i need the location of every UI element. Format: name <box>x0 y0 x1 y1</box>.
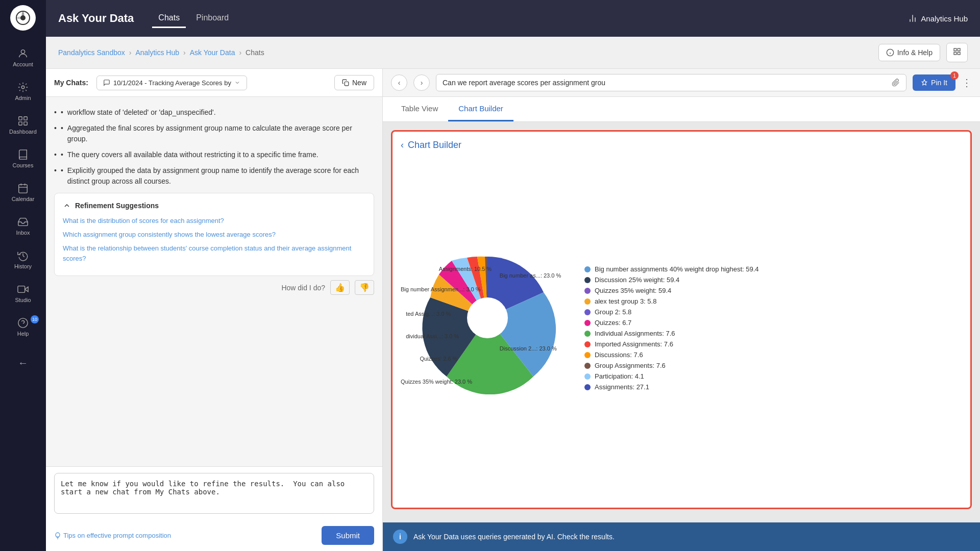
legend-label-10: Participation: 4.1 <box>595 372 644 380</box>
chart-content: Assignments: 10.5 % Big number Assignmen… <box>401 157 962 499</box>
pie-label-assignments: Assignments: 10.5 % <box>439 266 492 272</box>
legend-dot-11 <box>584 384 591 390</box>
svg-rect-8 <box>19 185 28 193</box>
legend-dot-7 <box>584 341 591 347</box>
legend-item-11: Assignments: 27.1 <box>584 383 759 391</box>
chevron-down-icon <box>234 80 240 86</box>
chat-input[interactable]: Let me know if you would like to refine … <box>54 473 374 514</box>
legend-item-10: Participation: 4.1 <box>584 372 759 380</box>
bullet-dot-3: • <box>61 165 63 187</box>
collapse-icon[interactable] <box>63 202 71 210</box>
sidebar-item-dashboard[interactable]: Dashboard <box>0 109 46 141</box>
bullet-item-3: • Explicitly grouped the data by assignm… <box>54 165 374 187</box>
prev-arrow[interactable]: ‹ <box>391 74 407 91</box>
svg-rect-22 <box>958 52 960 55</box>
breadcrumb-analytics-hub[interactable]: Analytics Hub <box>135 48 179 57</box>
sidebar-item-courses[interactable]: Courses <box>0 143 46 174</box>
bullet-dot-2: • <box>61 149 63 160</box>
breadcrumb-ask-your-data[interactable]: Ask Your Data <box>190 48 235 57</box>
more-options-button[interactable]: ⋮ <box>962 77 972 89</box>
current-chat-label: 10/1/2024 - Tracking Average Scores by <box>113 79 231 87</box>
thumbs-up-button[interactable]: 👍 <box>330 280 350 295</box>
tabs-bar: Table View Chart Builder <box>383 97 980 122</box>
nav-pinboard[interactable]: Pinboard <box>190 9 235 28</box>
svg-marker-9 <box>25 287 28 291</box>
legend-dot-3 <box>584 298 591 305</box>
legend-dot-8 <box>584 352 591 358</box>
legend-label-3: alex test group 3: 5.8 <box>595 297 656 305</box>
my-chats-label: My Chats: <box>54 79 88 87</box>
legend-dot-2 <box>584 288 591 294</box>
refinement-link-0[interactable]: What is the distribution of scores for e… <box>63 216 365 227</box>
bullet-text-0: workflow state of 'deleted' or 'dap_unsp… <box>67 107 216 118</box>
sidebar-account-label: Account <box>13 61 33 67</box>
bullet-item-1: • Aggregated the final scores by assignm… <box>54 123 374 144</box>
legend-item-8: Discussions: 7.6 <box>584 351 759 359</box>
pin-label: Pin It <box>931 79 947 87</box>
legend-item-5: Quizzes: 6.7 <box>584 319 759 327</box>
svg-rect-5 <box>24 117 27 120</box>
sidebar-calendar-label: Calendar <box>12 196 35 202</box>
breadcrumb-chats: Chats <box>246 48 264 57</box>
info-circle-icon: i <box>393 530 407 544</box>
pin-it-button[interactable]: 1 Pin It <box>913 74 955 91</box>
new-btn-label: New <box>352 79 366 87</box>
sidebar-item-history[interactable]: History <box>0 244 46 276</box>
refinement-title-text: Refinement Suggestions <box>75 202 159 210</box>
lightbulb-icon <box>54 532 61 539</box>
submit-button[interactable]: Submit <box>322 526 374 545</box>
sidebar-item-studio[interactable]: Studio <box>0 278 46 309</box>
pie-label-ted: ted Assig...: 3.0 % <box>406 311 451 317</box>
paperclip-icon[interactable] <box>892 79 900 87</box>
bottom-notice: i Ask Your Data uses queries generated b… <box>383 522 980 551</box>
legend-dot-10 <box>584 373 591 380</box>
legend-label-9: Group Assignments: 7.6 <box>595 362 666 369</box>
sidebar: Account Admin Dashboard Courses Calendar <box>0 0 46 551</box>
legend-label-2: Quizzes 35% weight: 59.4 <box>595 287 671 294</box>
thumbs-down-button[interactable]: 👎 <box>355 280 374 295</box>
pin-icon <box>921 79 928 86</box>
pie-chart-svg <box>401 241 574 394</box>
svg-rect-10 <box>18 286 25 293</box>
pie-label-quizzes35: Quizzes 35% weight: 23.0 % <box>401 379 472 385</box>
chat-select-dropdown[interactable]: 10/1/2024 - Tracking Average Scores by <box>96 76 247 90</box>
topbar-right: Analytics Hub <box>908 13 968 23</box>
grid-icon-btn[interactable] <box>946 43 968 62</box>
svg-rect-23 <box>345 82 349 86</box>
sidebar-item-help[interactable]: 10 Help <box>0 311 46 343</box>
svg-point-2 <box>21 50 24 54</box>
tab-chart-builder[interactable]: Chart Builder <box>448 97 513 121</box>
chart-back-button[interactable]: ‹ <box>401 140 404 151</box>
legend-item-0: Big number assignments 40% weight drop h… <box>584 265 759 273</box>
sidebar-studio-label: Studio <box>15 297 31 303</box>
refinement-link-1[interactable]: Which assignment group consistently show… <box>63 230 365 240</box>
pie-label-quizzes: Quizzes: 2.6 % <box>420 356 457 362</box>
sidebar-item-account[interactable]: Account <box>0 42 46 73</box>
legend-dot-1 <box>584 277 591 283</box>
bullet-dot-1: • <box>61 123 63 144</box>
refinement-link-2[interactable]: What is the relationship between student… <box>63 243 365 265</box>
nav-chats[interactable]: Chats <box>152 9 186 28</box>
chat-footer: Tips on effective prompt composition Sub… <box>46 522 382 551</box>
new-chat-button[interactable]: New <box>334 75 374 90</box>
legend-label-6: Individual Assignments: 7.6 <box>595 330 675 337</box>
back-arrow-btn[interactable]: ← <box>13 352 33 374</box>
legend-label-11: Assignments: 27.1 <box>595 383 649 391</box>
analytics-hub-btn[interactable]: Analytics Hub <box>908 13 968 23</box>
breadcrumb-pandalytics[interactable]: Pandalytics Sandbox <box>58 48 125 57</box>
legend-dot-4 <box>584 309 591 315</box>
legend-item-6: Individual Assignments: 7.6 <box>584 330 759 337</box>
tips-link[interactable]: Tips on effective prompt composition <box>54 532 171 539</box>
pie-chart-wrapper: Assignments: 10.5 % Big number Assignmen… <box>401 241 574 415</box>
analytics-hub-label: Analytics Hub <box>921 14 968 23</box>
sidebar-item-calendar[interactable]: Calendar <box>0 177 46 208</box>
next-arrow[interactable]: › <box>413 74 430 91</box>
sidebar-item-admin[interactable]: Admin <box>0 76 46 107</box>
legend-dot-6 <box>584 331 591 337</box>
svg-rect-20 <box>958 48 960 51</box>
chart-area: ‹ Chart Builder <box>383 122 980 522</box>
app-logo[interactable] <box>10 5 36 31</box>
tab-table-view[interactable]: Table View <box>391 97 448 121</box>
info-help-button[interactable]: Info & Help <box>878 44 940 61</box>
sidebar-item-inbox[interactable]: Inbox <box>0 210 46 242</box>
